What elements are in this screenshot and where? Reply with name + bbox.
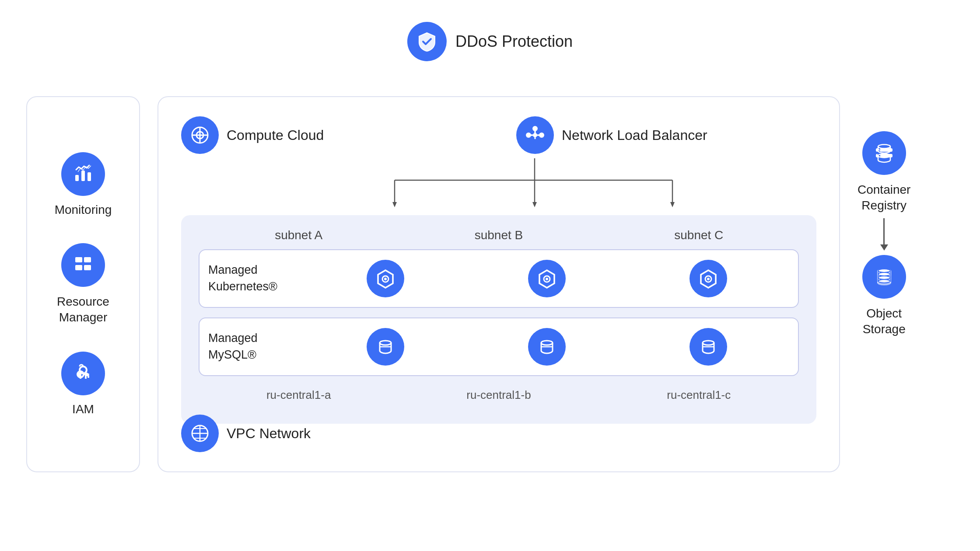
subnet-c-label: subnet C <box>633 228 764 242</box>
svg-rect-5 <box>75 257 82 262</box>
k8s-icon-b <box>528 260 566 297</box>
subnets-container: subnet A subnet B subnet C ManagedKubern… <box>181 215 816 424</box>
svg-point-23 <box>533 133 537 137</box>
left-panel: Monitoring ResourceManager <box>26 96 140 472</box>
right-panel: ContainerRegistry <box>858 96 910 338</box>
main-row: Monitoring ResourceManager <box>26 96 910 472</box>
compute-cloud-label: Compute Cloud <box>227 127 324 143</box>
svg-point-46 <box>541 341 553 345</box>
svg-rect-7 <box>75 265 82 270</box>
compute-cloud-icon <box>181 116 219 154</box>
svg-point-43 <box>707 278 710 280</box>
monitoring-item: Monitoring <box>55 152 112 217</box>
svg-marker-32 <box>532 202 537 207</box>
object-storage-label: ObjectStorage <box>863 306 906 338</box>
svg-rect-0 <box>75 175 79 181</box>
svg-rect-12 <box>88 375 89 378</box>
svg-rect-1 <box>81 171 85 181</box>
monitoring-label: Monitoring <box>55 203 112 217</box>
managed-kubernetes-box: ManagedKubernetes® <box>199 249 799 308</box>
vpc-icon <box>181 415 219 452</box>
svg-rect-8 <box>84 265 91 270</box>
container-registry-icon <box>862 131 906 175</box>
nlb-icon <box>516 116 554 154</box>
mysql-icon-a <box>367 328 404 366</box>
arrow-head <box>880 244 888 251</box>
zone-c-label: ru-central1-c <box>633 388 764 402</box>
nlb-section: Network Load Balancer <box>516 116 707 154</box>
ddos-label: DDoS Protection <box>455 32 573 51</box>
container-registry-label: ContainerRegistry <box>858 182 910 214</box>
mysql-icon-b <box>528 328 566 366</box>
subnet-a-label: subnet A <box>233 228 364 242</box>
svg-rect-2 <box>88 172 91 181</box>
vpc-label: VPC Network <box>227 425 311 442</box>
object-storage-item: ObjectStorage <box>862 255 906 338</box>
kubernetes-label: ManagedKubernetes® <box>208 262 304 295</box>
mysql-icons <box>304 328 789 366</box>
connector-svg <box>158 154 839 224</box>
ddos-icon <box>407 22 447 61</box>
subnet-b-label: subnet B <box>433 228 564 242</box>
zone-a-label: ru-central1-a <box>233 388 364 402</box>
resource-manager-icon <box>61 243 105 287</box>
arrow-line <box>883 218 885 244</box>
compute-cloud-section: Compute Cloud <box>181 116 324 154</box>
svg-marker-30 <box>392 202 397 207</box>
managed-mysql-box: ManagedMySQL® <box>199 317 799 376</box>
nlb-label: Network Load Balancer <box>562 127 707 143</box>
resource-manager-item: ResourceManager <box>57 243 109 326</box>
iam-item: IAM <box>61 352 105 416</box>
k8s-icon-c <box>690 260 727 297</box>
svg-marker-34 <box>670 202 675 207</box>
object-storage-icon <box>862 255 906 299</box>
mysql-icon-c <box>690 328 727 366</box>
diagram-container: DDoS Protection <box>0 0 980 551</box>
k8s-icon-a <box>367 260 404 297</box>
svg-point-59 <box>878 145 890 149</box>
svg-rect-11 <box>83 373 89 375</box>
vpc-section: VPC Network <box>181 415 311 452</box>
svg-point-37 <box>384 278 387 280</box>
svg-rect-13 <box>85 375 87 377</box>
subnet-headers: subnet A subnet B subnet C <box>199 228 799 242</box>
monitoring-icon <box>61 152 105 196</box>
center-panel: Compute Cloud <box>158 96 840 472</box>
mysql-label: ManagedMySQL® <box>208 330 304 363</box>
svg-point-48 <box>703 341 714 345</box>
svg-rect-6 <box>84 257 91 262</box>
kubernetes-icons <box>304 260 789 297</box>
zone-b-label: ru-central1-b <box>433 388 564 402</box>
arrow-cr-to-os <box>880 218 888 251</box>
iam-label: IAM <box>72 402 94 416</box>
svg-point-44 <box>380 341 391 345</box>
container-registry-item: ContainerRegistry <box>858 131 910 214</box>
iam-icon <box>61 352 105 395</box>
ddos-section: DDoS Protection <box>407 22 573 61</box>
svg-point-40 <box>546 278 548 280</box>
resource-manager-label: ResourceManager <box>57 294 109 326</box>
zone-labels: ru-central1-a ru-central1-b ru-central1-… <box>199 388 799 402</box>
